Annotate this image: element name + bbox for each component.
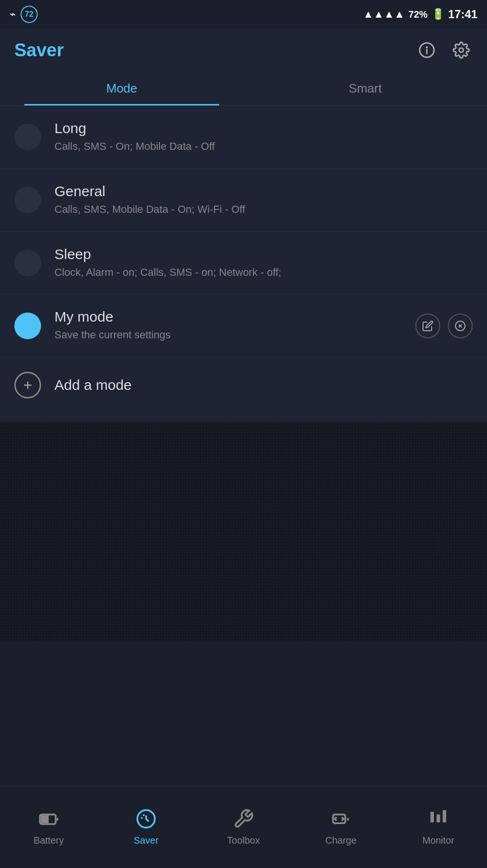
charge-nav-icon — [330, 808, 351, 831]
mode-radio-mymode — [14, 313, 41, 339]
delete-mode-button[interactable] — [448, 314, 473, 338]
svg-rect-13 — [443, 810, 446, 823]
mode-item-long[interactable]: Long Calls, SMS - On; Mobile Data - Off — [0, 106, 487, 169]
tabs: Mode Smart — [0, 72, 487, 106]
edit-icon — [422, 320, 434, 332]
tab-smart[interactable]: Smart — [244, 72, 487, 105]
dark-area — [0, 422, 487, 642]
close-icon — [455, 320, 466, 332]
notification-badge: 72 — [21, 6, 38, 23]
bottom-nav: Battery Saver Toolbox — [0, 786, 487, 868]
info-button[interactable] — [415, 39, 438, 62]
mode-actions-mymode — [415, 314, 473, 338]
mode-desc-general: Calls, SMS, Mobile Data - On; Wi-Fi - Of… — [54, 202, 473, 217]
svg-point-3 — [459, 48, 464, 52]
add-mode-label: Add a mode — [54, 377, 132, 393]
info-icon — [418, 42, 435, 59]
status-left: ⌁ 72 — [10, 6, 38, 23]
nav-label-saver: Saver — [134, 835, 159, 846]
mode-desc-sleep: Clock, Alarm - on; Calls, SMS - on; Netw… — [54, 265, 473, 280]
usb-icon: ⌁ — [10, 8, 16, 21]
app-bar-actions — [415, 39, 473, 62]
monitor-nav-icon — [428, 808, 449, 831]
mode-name-sleep: Sleep — [54, 246, 473, 262]
add-mode-item[interactable]: + Add a mode — [0, 357, 487, 413]
gear-icon — [453, 42, 470, 59]
mode-info-long: Long Calls, SMS - On; Mobile Data - Off — [54, 120, 473, 154]
mode-item-general[interactable]: General Calls, SMS, Mobile Data - On; Wi… — [0, 169, 487, 232]
nav-item-charge[interactable]: Charge — [292, 786, 390, 868]
battery-nav-icon — [38, 808, 59, 831]
battery-icon: 🔋 — [432, 8, 445, 21]
mode-radio-long — [14, 124, 41, 150]
nav-label-toolbox: Toolbox — [227, 835, 260, 846]
time-display: 17:41 — [448, 8, 477, 21]
nav-item-toolbox[interactable]: Toolbox — [195, 786, 292, 868]
mode-item-sleep[interactable]: Sleep Clock, Alarm - on; Calls, SMS - on… — [0, 232, 487, 295]
toolbox-nav-icon — [233, 808, 254, 831]
settings-button[interactable] — [450, 39, 473, 62]
mode-name-long: Long — [54, 120, 473, 136]
tab-mode[interactable]: Mode — [0, 72, 244, 105]
svg-rect-12 — [436, 815, 440, 823]
mode-info-sleep: Sleep Clock, Alarm - on; Calls, SMS - on… — [54, 246, 473, 280]
battery-percent: 72% — [409, 9, 428, 20]
nav-item-monitor[interactable]: Monitor — [390, 786, 487, 868]
mode-desc-long: Calls, SMS - On; Mobile Data - Off — [54, 139, 473, 154]
nav-item-battery[interactable]: Battery — [0, 786, 97, 868]
mode-radio-sleep — [14, 250, 41, 276]
mode-item-mymode[interactable]: My mode Save the current settings — [0, 294, 487, 357]
mode-info-general: General Calls, SMS, Mobile Data - On; Wi… — [54, 183, 473, 217]
mode-radio-general — [14, 187, 41, 213]
signal-icon: ▲▲▲▲ — [363, 8, 404, 21]
nav-item-saver[interactable]: Saver — [97, 786, 195, 868]
add-mode-icon: + — [14, 372, 41, 398]
edit-mode-button[interactable] — [415, 314, 440, 338]
saver-nav-icon — [136, 808, 157, 831]
svg-rect-11 — [431, 812, 434, 822]
status-right: ▲▲▲▲ 72% 🔋 17:41 — [363, 8, 477, 21]
app-bar: Saver — [0, 29, 487, 72]
nav-label-monitor: Monitor — [423, 835, 455, 846]
mode-name-mymode: My mode — [54, 309, 415, 325]
app-title: Saver — [14, 40, 64, 61]
nav-label-battery: Battery — [33, 835, 64, 846]
svg-rect-8 — [42, 816, 48, 823]
status-bar: ⌁ 72 ▲▲▲▲ 72% 🔋 17:41 — [0, 0, 487, 29]
nav-label-charge: Charge — [325, 835, 357, 846]
mode-name-general: General — [54, 183, 473, 199]
mode-info-mymode: My mode Save the current settings — [54, 309, 415, 343]
content: Long Calls, SMS - On; Mobile Data - Off … — [0, 106, 487, 422]
mode-desc-mymode: Save the current settings — [54, 328, 415, 343]
